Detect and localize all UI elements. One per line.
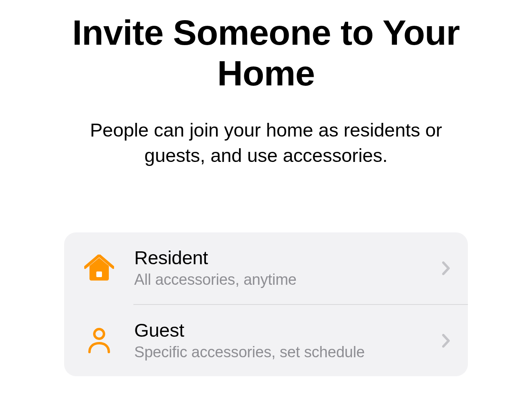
invite-container: Invite Someone to Your Home People can j… bbox=[0, 0, 532, 376]
option-resident-desc: All accessories, anytime bbox=[134, 270, 434, 290]
option-resident-title: Resident bbox=[134, 247, 434, 269]
option-guest-desc: Specific accessories, set schedule bbox=[134, 343, 434, 362]
header: Invite Someone to Your Home People can j… bbox=[0, 12, 532, 168]
chevron-right-icon bbox=[439, 261, 453, 276]
option-resident-text: Resident All accessories, anytime bbox=[134, 247, 434, 290]
options-card: Resident All accessories, anytime Guest … bbox=[64, 232, 468, 376]
page-title: Invite Someone to Your Home bbox=[24, 12, 508, 93]
person-icon bbox=[83, 327, 115, 355]
svg-point-1 bbox=[94, 329, 104, 339]
option-guest-text: Guest Specific accessories, set schedule bbox=[134, 319, 434, 362]
chevron-right-icon bbox=[439, 334, 453, 348]
page-subtitle: People can join your home as residents o… bbox=[73, 118, 459, 168]
option-guest-title: Guest bbox=[134, 319, 434, 341]
house-icon bbox=[83, 254, 115, 282]
option-guest[interactable]: Guest Specific accessories, set schedule bbox=[64, 305, 468, 377]
svg-rect-0 bbox=[96, 271, 102, 277]
option-resident[interactable]: Resident All accessories, anytime bbox=[64, 232, 468, 304]
